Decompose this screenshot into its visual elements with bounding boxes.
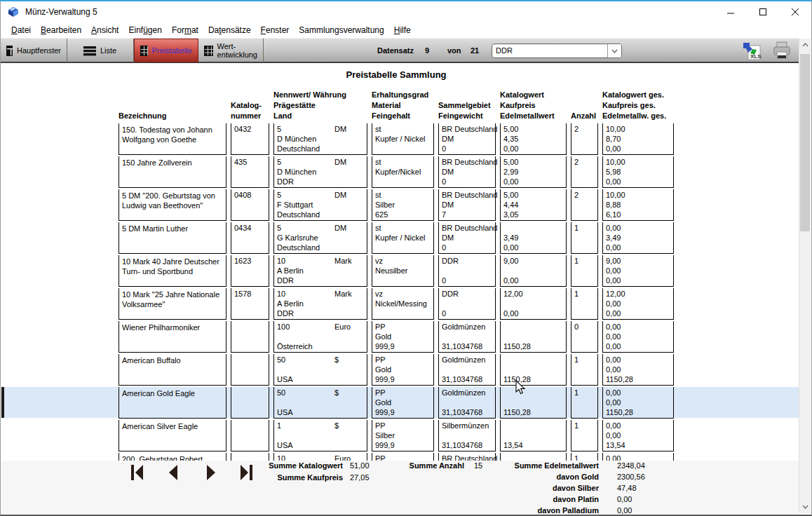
menu-item-sammlungsverwaltung[interactable]: Sammlungsverwaltung: [294, 24, 388, 37]
cell-erhaltungsgrad: vzNeusilber: [372, 255, 434, 287]
table-body: 150. Todestag von Johann Wolfgang von Go…: [1, 123, 800, 461]
cell-katalogwert-ges: 0,003,490,00: [602, 222, 674, 254]
table-row[interactable]: 5 DM Martin Luther04345DMG KarlsruheDeut…: [1, 222, 800, 255]
table-row[interactable]: Wiener Philharmoniker100EuroÖsterreichPP…: [1, 321, 800, 354]
cell-anzahl: 1: [571, 288, 598, 320]
datensatz-label: Datensatz: [377, 46, 414, 55]
cell-bezeichnung: American Gold Eagle: [119, 387, 226, 419]
summe-edelmetallwert-value: 2348,04: [617, 461, 645, 470]
column-header-3: ErhaltungsgradMaterialFeingehalt: [372, 90, 434, 121]
table-row[interactable]: 150 Jahre Zollverein4355DMD MünchenDDRst…: [1, 156, 800, 189]
menu-item-datei[interactable]: Datei: [6, 24, 36, 37]
cell-katalogwert: 5,004,350,00: [500, 123, 567, 155]
cell-nennwert: 1$USA: [273, 420, 367, 452]
menu-item-fenster[interactable]: Fenster: [256, 24, 295, 37]
wertentwicklung-label: Wert- entwicklung: [217, 42, 257, 59]
cell-bezeichnung: 150. Todestag von Johann Wolfgang von Go…: [119, 123, 226, 155]
scroll-down-icon[interactable]: [799, 501, 811, 513]
scroll-up-icon[interactable]: [799, 39, 811, 51]
cell-erhaltungsgrad: stKupfer / Nickel: [372, 123, 434, 155]
table-row[interactable]: American Gold Eagle50$USAPPGold999,9Gold…: [1, 387, 800, 420]
table-row[interactable]: 200. Geburtstag Robert10EuroPPBR Deutsch…: [1, 453, 800, 461]
cell-nennwert: 5DMG KarlsruheDeutschland: [273, 222, 367, 254]
cell-bezeichnung: American Buffalo: [119, 354, 226, 386]
record-of-label: von: [447, 46, 461, 55]
chevron-down-icon[interactable]: [607, 44, 621, 57]
cell-sammelgebiet: BR DeutschlandDM0: [438, 123, 496, 155]
first-record-button[interactable]: [130, 463, 145, 482]
cell-katalogwert-ges: 9,000,000,00: [602, 255, 674, 287]
column-header-4: SammelgebietFeingewicht: [438, 90, 496, 121]
cell-erhaltungsgrad: stKupfer/Nickel: [372, 156, 434, 188]
cell-erhaltungsgrad: PPGold999,9: [372, 387, 434, 419]
cell-katalogwert-ges: 0,000,001150,28: [602, 354, 674, 386]
cell-katalogwert-ges: 0,000,001150,28: [602, 387, 674, 419]
cell-nennwert: 5DMF StuttgartDeutschland: [273, 189, 367, 221]
cell-anzahl: 1: [571, 453, 598, 461]
xls-export-icon: XLS: [741, 40, 762, 61]
menu-item-hilfe[interactable]: Hilfe: [389, 24, 416, 37]
cell-nennwert: 5DMD MünchenDDR: [273, 156, 367, 188]
preistabelle-button[interactable]: Preistabelle: [134, 39, 198, 62]
summe-anzahl-value: 15: [474, 461, 482, 470]
preistabelle-label: Preistabelle: [152, 46, 192, 55]
menu-bar: DateiBearbeitenAnsichtEinfügenFormatDate…: [1, 22, 811, 38]
davon-silber-label: davon Silber: [492, 484, 599, 492]
vertical-scrollbar[interactable]: [799, 39, 811, 513]
close-button[interactable]: [779, 1, 811, 22]
cell-katalognummer: 1623: [231, 255, 269, 287]
table-row[interactable]: American Silver Eagle1$USAPPSilber999,9S…: [1, 420, 800, 453]
cell-katalogwert-ges: 12,000,000,00: [602, 288, 674, 320]
cell-katalognummer: 0434: [231, 222, 269, 254]
wertentwicklung-button[interactable]: Wert- entwicklung: [198, 39, 264, 62]
cell-bezeichnung: 10 Mark 40 Jahre Deutscher Turn- und Spo…: [119, 255, 226, 287]
cell-katalogwert-ges: 10,005,980,00: [602, 156, 674, 188]
cell-sammelgebiet: Goldmünzen31,1034768: [438, 321, 496, 353]
cell-katalognummer: [231, 420, 269, 452]
previous-record-button[interactable]: [165, 463, 181, 482]
maximize-button[interactable]: [747, 1, 779, 22]
cell-katalognummer: [231, 354, 269, 386]
print-button[interactable]: [771, 40, 793, 61]
menu-item-format[interactable]: Format: [167, 24, 203, 37]
davon-silber-value: 47,48: [617, 484, 637, 492]
menu-item-einfgen[interactable]: Einfügen: [123, 24, 166, 37]
list-icon: [83, 46, 96, 56]
cell-katalogwert: 5,002,990,00: [500, 156, 567, 188]
cell-anzahl: 2: [571, 123, 598, 155]
davon-palladium-value: 0,00: [617, 506, 632, 515]
xls-export-button[interactable]: XLS: [740, 40, 763, 61]
svg-text:XLS: XLS: [750, 53, 762, 60]
summe-kaufpreis-value: 27,05: [350, 473, 370, 482]
cell-katalogwert: 12,000,00: [500, 288, 567, 320]
liste-label: Liste: [100, 46, 116, 55]
column-header-0: Bezeichnung: [119, 90, 226, 121]
menu-item-datenstze[interactable]: Datensätze: [203, 24, 256, 37]
next-record-button[interactable]: [203, 463, 219, 482]
cell-katalognummer: [231, 453, 269, 461]
table-row[interactable]: American Buffalo50$USAPPGold999,9Goldmün…: [1, 354, 800, 387]
davon-platin-label: davon Platin: [492, 495, 599, 503]
table-row[interactable]: 5 DM "200. Geburtstag von Ludwig van Bee…: [1, 189, 800, 222]
collection-filter-select[interactable]: DDR: [492, 43, 622, 58]
cell-anzahl: 1: [571, 354, 598, 386]
menu-item-bearbeiten[interactable]: Bearbeiten: [36, 24, 86, 37]
cell-katalogwert-ges: 0,000,000,00: [602, 321, 674, 353]
titlebar: Münz-Verwaltung 5: [1, 1, 811, 22]
minimize-button[interactable]: [715, 1, 747, 22]
davon-palladium-label: davon Palladium: [492, 506, 599, 515]
cell-katalogwert: 5,004,443,05: [500, 189, 567, 221]
cell-bezeichnung: 5 DM Martin Luther: [119, 222, 226, 254]
cell-anzahl: 0: [571, 321, 598, 353]
cell-bezeichnung: 10 Mark "25 Jahre Nationale Volksarmee": [119, 288, 226, 320]
table-row[interactable]: 10 Mark "25 Jahre Nationale Volksarmee"1…: [1, 288, 800, 321]
table-row[interactable]: 150. Todestag von Johann Wolfgang von Go…: [1, 123, 800, 156]
cell-nennwert: 10MarkA BerlinDDR: [273, 288, 367, 320]
cell-katalogwert: 1150,28: [500, 354, 567, 386]
hauptfenster-button[interactable]: Hauptfenster: [1, 39, 67, 62]
app-icon: [7, 6, 20, 18]
scrollbar-thumb[interactable]: [800, 54, 810, 231]
liste-button[interactable]: Liste: [78, 39, 134, 62]
menu-item-ansicht[interactable]: Ansicht: [86, 24, 123, 37]
table-row[interactable]: 10 Mark 40 Jahre Deutscher Turn- und Spo…: [1, 255, 800, 288]
